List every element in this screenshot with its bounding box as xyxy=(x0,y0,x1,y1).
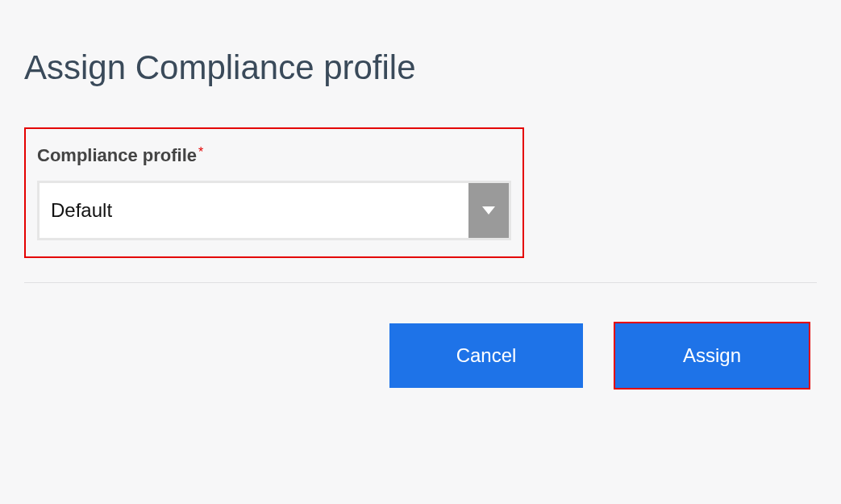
assign-button[interactable]: Assign xyxy=(615,323,809,388)
dialog-title: Assign Compliance profile xyxy=(24,48,817,87)
compliance-profile-value: Default xyxy=(40,183,468,238)
dialog-actions: Cancel Assign xyxy=(24,323,817,388)
svg-marker-0 xyxy=(482,206,495,215)
field-label-row: Compliance profile* xyxy=(37,145,511,181)
compliance-profile-label: Compliance profile xyxy=(37,145,197,166)
divider xyxy=(24,282,817,283)
select-toggle-button[interactable] xyxy=(468,183,509,238)
required-asterisk: * xyxy=(198,145,203,159)
compliance-profile-group: Compliance profile* Default xyxy=(24,127,524,258)
cancel-button[interactable]: Cancel xyxy=(389,323,583,388)
compliance-profile-select[interactable]: Default xyxy=(37,181,511,240)
caret-down-icon xyxy=(482,206,495,215)
assign-compliance-dialog: Assign Compliance profile Compliance pro… xyxy=(0,0,841,412)
